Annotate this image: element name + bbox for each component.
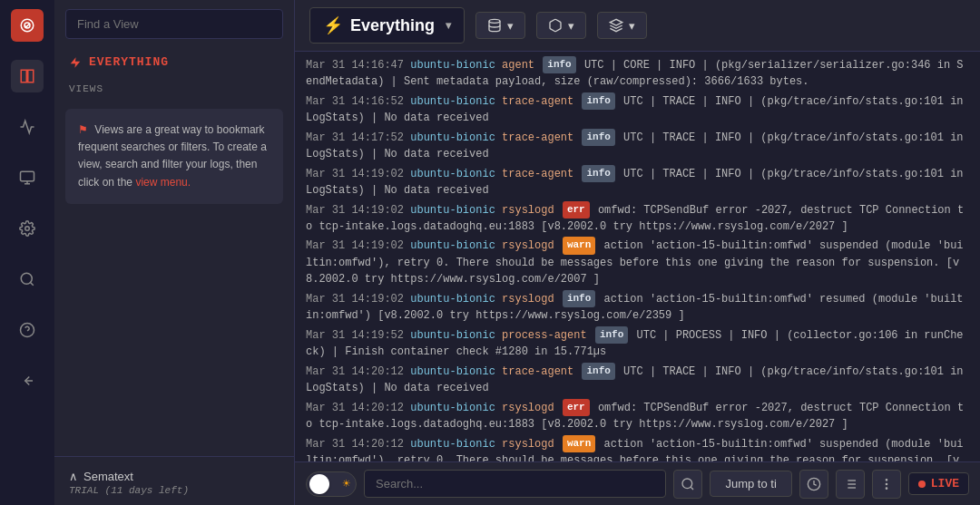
log-line[interactable]: Mar 31 14:16:52 ubuntu-bionic trace-agen… [306, 92, 969, 128]
chevron-down-icon-2: ▾ [507, 19, 514, 33]
log-badge: err [563, 201, 590, 219]
log-timestamp: Mar 31 14:19:02 [306, 203, 404, 216]
log-host: ubuntu-bionic [410, 95, 495, 108]
log-host: ubuntu-bionic [410, 401, 495, 413]
everything-dropdown-label: Everything [350, 16, 435, 35]
back-icon[interactable] [11, 364, 44, 397]
clock-btn[interactable] [799, 470, 828, 499]
svg-line-17 [691, 487, 694, 490]
log-badge: info [582, 129, 614, 146]
log-host: ubuntu-bionic [410, 364, 495, 377]
log-timestamp: Mar 31 14:20:12 [306, 364, 404, 377]
log-service: rsyslogd [502, 437, 554, 450]
views-section-label: VIEWS [54, 76, 294, 102]
everything-nav-label: EVERYTHING [89, 55, 169, 69]
dropdown-arrow-icon: ▾ [446, 19, 451, 32]
jump-to-time-btn[interactable]: Jump to ti [710, 471, 791, 497]
log-timestamp: Mar 31 14:17:52 [306, 131, 404, 143]
log-badge: warn [563, 237, 595, 254]
toggle-knob [309, 474, 329, 494]
chevron-down-icon-3: ▾ [568, 19, 574, 33]
log-badge: info [582, 165, 614, 182]
log-service: process-agent [502, 329, 587, 342]
sematext-section: ∧ Sematext TRIAL (11 days left) [54, 456, 294, 505]
help-icon[interactable] [11, 314, 44, 346]
log-text: UTC | TRACE | INFO | (pkg/trace/info/sta… [306, 167, 970, 197]
svg-marker-13 [71, 57, 81, 68]
log-service: rsyslogd [502, 401, 554, 413]
log-service: rsyslogd [502, 203, 554, 216]
log-service: trace-agent [502, 131, 573, 143]
log-timestamp: Mar 31 14:20:12 [306, 437, 404, 450]
svg-point-26 [886, 483, 887, 484]
live-indicator [918, 481, 926, 488]
log-badge: warn [563, 435, 595, 452]
find-view-input[interactable] [65, 9, 283, 39]
log-service: trace-agent [502, 95, 573, 108]
log-line[interactable]: Mar 31 14:20:12 ubuntu-bionic rsyslogd w… [306, 434, 969, 462]
svg-line-9 [30, 282, 33, 285]
panel-toggle-icon[interactable] [11, 60, 44, 92]
log-text: action 'action-15-builtin:omfwd' resumed… [306, 293, 964, 323]
log-line[interactable]: Mar 31 14:20:12 ubuntu-bionic rsyslogd e… [306, 398, 969, 434]
log-service: agent [502, 59, 534, 72]
chevron-down-icon: ∧ [69, 470, 78, 483]
log-content[interactable]: Mar 31 14:16:47 ubuntu-bionic agent info… [295, 52, 980, 461]
theme-toggle[interactable]: ☀ [306, 471, 357, 497]
apps-btn[interactable]: ▾ [536, 12, 586, 39]
log-line[interactable]: Mar 31 14:17:52 ubuntu-bionic trace-agen… [306, 128, 969, 164]
log-badge: info [582, 92, 614, 110]
svg-rect-2 [21, 70, 26, 83]
log-service: trace-agent [502, 364, 573, 377]
sematext-label: Sematext [83, 470, 133, 483]
log-timestamp: Mar 31 14:16:47 [306, 59, 404, 72]
log-line[interactable]: Mar 31 14:19:52 ubuntu-bionic process-ag… [306, 325, 969, 362]
log-line[interactable]: Mar 31 14:19:02 ubuntu-bionic rsyslogd i… [306, 289, 969, 325]
log-badge: info [595, 326, 628, 344]
sources-btn[interactable]: ▾ [475, 12, 525, 39]
views-info-card: ⚑ Views are a great way to bookmark freq… [65, 109, 283, 204]
search-icon[interactable] [11, 263, 44, 296]
log-text: UTC | PROCESS | INFO | (collector.go:106… [306, 329, 964, 359]
log-line[interactable]: Mar 31 14:19:02 ubuntu-bionic rsyslogd w… [306, 236, 969, 288]
settings-icon[interactable] [11, 212, 44, 245]
log-timestamp: Mar 31 14:19:02 [306, 167, 404, 180]
log-line[interactable]: Mar 31 14:19:02 ubuntu-bionic rsyslogd e… [306, 200, 969, 237]
column-settings-btn[interactable] [836, 470, 865, 499]
sun-icon: ☀ [343, 476, 350, 491]
log-timestamp: Mar 31 14:19:02 [306, 239, 404, 252]
log-text: action 'action-15-builtin:omfwd' suspend… [306, 437, 964, 461]
svg-point-25 [886, 479, 887, 480]
log-timestamp: Mar 31 14:16:52 [306, 95, 404, 108]
log-host: ubuntu-bionic [410, 203, 495, 216]
log-host: ubuntu-bionic [410, 131, 495, 143]
log-search-input[interactable] [364, 470, 666, 498]
search-submit-btn[interactable] [673, 470, 702, 499]
more-options-btn[interactable] [872, 470, 901, 499]
log-text: UTC | CORE | INFO | (pkg/serializer/seri… [306, 59, 964, 89]
svg-point-14 [489, 19, 500, 23]
view-menu-link[interactable]: view menu. [135, 176, 191, 189]
sidebar-icons [0, 0, 54, 505]
chevron-down-icon-4: ▾ [629, 19, 635, 33]
svg-point-27 [886, 488, 887, 489]
monitor-icon[interactable] [11, 161, 44, 194]
log-text: omfwd: TCPSendBuf error -2027, destruct … [306, 203, 964, 233]
layers-btn[interactable]: ▾ [597, 12, 647, 39]
live-badge[interactable]: LIVE [908, 472, 969, 495]
activity-icon[interactable] [11, 111, 44, 143]
svg-rect-3 [28, 70, 34, 83]
everything-dropdown[interactable]: ⚡ Everything ▾ [309, 7, 465, 44]
log-badge: info [582, 363, 614, 380]
svg-rect-4 [21, 171, 34, 181]
log-line[interactable]: Mar 31 14:16:47 ubuntu-bionic agent info… [306, 55, 969, 92]
svg-point-16 [682, 479, 692, 489]
top-bar: ⚡ Everything ▾ ▾ ▾ ▾ [295, 0, 980, 52]
svg-marker-15 [610, 19, 622, 25]
log-line[interactable]: Mar 31 14:20:12 ubuntu-bionic trace-agen… [306, 362, 969, 398]
log-timestamp: Mar 31 14:19:52 [306, 329, 404, 342]
log-line[interactable]: Mar 31 14:19:02 ubuntu-bionic trace-agen… [306, 164, 969, 200]
everything-nav-item[interactable]: EVERYTHING [54, 48, 294, 76]
log-timestamp: Mar 31 14:20:12 [306, 401, 404, 413]
brand-icon[interactable] [11, 9, 44, 42]
